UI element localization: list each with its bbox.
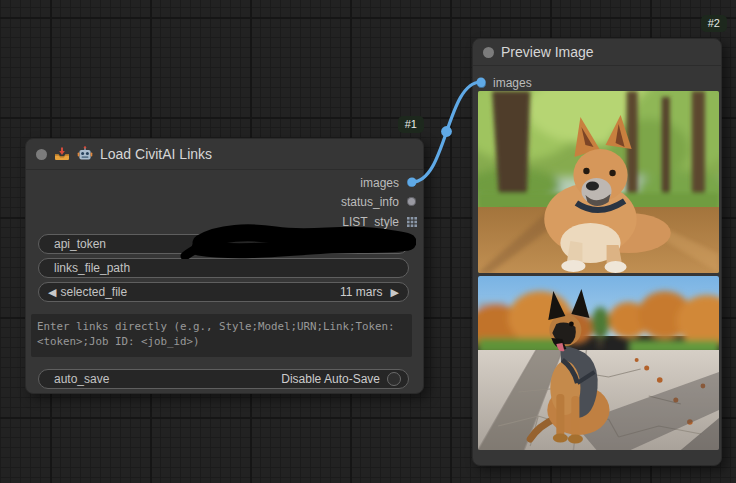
link-midpoint-dot [441,126,452,137]
input-label-images: images [493,76,532,90]
node-title: Load CivitAI Links [100,146,212,162]
selected-file-value: 11 mars [340,285,382,299]
output-port-images[interactable] [407,178,416,187]
api-token-widget[interactable]: api_token [38,234,409,254]
node-canvas[interactable]: #1 Load CivitAI Links i [0,0,736,483]
links-file-path-label: links_file_path [48,261,130,275]
inbox-tray-icon [54,146,70,162]
api-token-label: api_token [48,237,106,251]
collapse-dot[interactable] [483,47,494,58]
auto-save-toggle-knob[interactable] [387,372,401,386]
node-title: Preview Image [501,44,594,60]
grid-icon[interactable] [407,217,417,227]
output-label-list-style: LIST_style [342,215,399,229]
output-row-list-style: LIST_style [26,212,423,231]
preview-image-1 [478,91,719,273]
output-port-status-info[interactable] [407,197,416,206]
links-text-input[interactable]: Enter links directly (e.g., Style;Model;… [31,314,412,357]
robot-icon [77,146,93,162]
node-number-badge: #2 [701,15,727,32]
output-row-images: images [26,173,423,192]
selected-file-label: selected_file [56,285,127,299]
output-label-images: images [360,176,399,190]
preview-image-2 [478,276,719,450]
node-preview-image[interactable]: #2 Preview Image images [472,38,722,466]
auto-save-value: Disable Auto-Save [281,372,380,386]
combo-next-arrow-icon[interactable]: ▶ [391,287,399,298]
node-number-badge: #1 [398,116,424,133]
auto-save-widget[interactable]: auto_save Disable Auto-Save [38,369,409,389]
output-row-status-info: status_info [26,192,423,211]
node-load-civitai-links[interactable]: #1 Load CivitAI Links i [25,138,424,394]
selected-file-widget[interactable]: ◀ selected_file 11 mars ▶ [38,282,409,302]
combo-prev-arrow-icon[interactable]: ◀ [48,287,56,298]
input-row-images: images [477,75,532,91]
output-label-status-info: status_info [341,195,399,209]
links-file-path-widget[interactable]: links_file_path [38,258,409,278]
node-title-bar[interactable]: Load CivitAI Links [26,139,423,170]
node-title-bar[interactable]: Preview Image [473,39,721,66]
auto-save-label: auto_save [48,372,109,386]
input-port-images[interactable] [477,79,486,88]
collapse-dot[interactable] [36,149,47,160]
